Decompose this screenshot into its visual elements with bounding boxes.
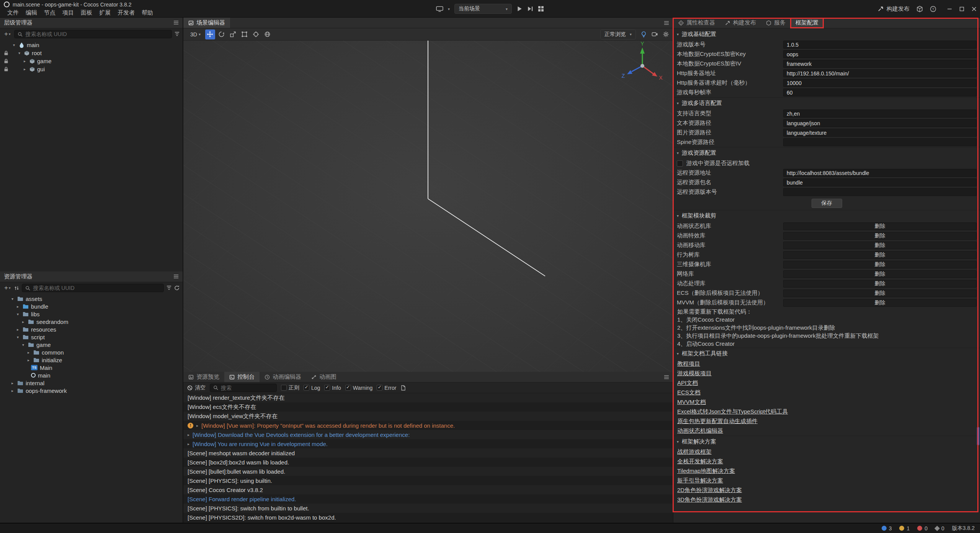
hierarchy-search[interactable] [14, 30, 172, 38]
filter-checkbox[interactable] [345, 385, 351, 391]
asset-script-main[interactable]: TS Main [0, 364, 183, 371]
clear-console-button[interactable]: 清空 [187, 384, 206, 391]
log-row-info[interactable]: ▸ [Window] You are running Vue in develo… [183, 439, 673, 448]
close-button[interactable] [968, 0, 980, 18]
filter-icon[interactable] [175, 32, 180, 36]
task-count[interactable]: 0 [935, 525, 944, 531]
move-tool-button[interactable] [205, 29, 215, 39]
assets-search-input[interactable] [33, 285, 160, 291]
camera-preview-icon[interactable] [652, 31, 658, 38]
property-input[interactable] [783, 138, 977, 146]
log-row-info[interactable]: ▸ [Window] Download the Vue Devtools ext… [183, 430, 673, 439]
menu-item[interactable]: 扩展 [96, 9, 114, 16]
expand-arrow-icon[interactable]: ▸ [21, 320, 26, 324]
section-module-trim[interactable]: ▾ 框架模块裁剪 [673, 210, 980, 221]
console-search-input[interactable] [221, 385, 273, 391]
refresh-icon[interactable] [174, 285, 180, 291]
property-input[interactable] [783, 79, 977, 87]
tab-animation-editor[interactable]: 动画编辑器 [260, 372, 306, 382]
delete-module-button[interactable]: 删除 [783, 280, 977, 288]
expand-arrow-icon[interactable]: ▾ [21, 343, 26, 347]
filter-icon[interactable] [167, 286, 172, 290]
delete-module-button[interactable]: 删除 [783, 261, 977, 268]
log-row[interactable]: [Scene] [PHYSICS]: switch from builtin t… [183, 504, 673, 513]
asset-folder-libs[interactable]: ▾ libs [0, 310, 183, 318]
filter-checkbox[interactable] [304, 385, 309, 391]
scrollbar-thumb[interactable] [977, 427, 979, 445]
scene-select[interactable]: 当前场景 ▾ [454, 4, 512, 14]
scale-tool-button[interactable] [228, 29, 238, 39]
asset-folder-assets[interactable]: ▾ assets [0, 295, 183, 302]
rotate-tool-button[interactable] [217, 29, 227, 39]
asset-folder-internal[interactable]: ▸ internal [0, 379, 183, 387]
property-input[interactable] [783, 69, 977, 77]
regex-checkbox[interactable] [281, 385, 287, 391]
log-row[interactable]: [Scene] [box2d]:box2d wasm lib loaded. [183, 458, 673, 467]
expand-arrow-icon[interactable]: ▸ [188, 433, 189, 437]
tab-scene-editor[interactable]: 场景编辑器 [183, 18, 230, 28]
menu-item[interactable]: 文件 [4, 9, 22, 16]
solution-link[interactable]: 新手引导解决方案 [677, 477, 723, 484]
warning-count[interactable]: 1 [899, 525, 910, 531]
world-space-toggle[interactable] [263, 29, 273, 39]
log-filter[interactable]: Info [324, 385, 341, 391]
minimize-button[interactable] [943, 0, 956, 18]
play-button[interactable] [516, 6, 523, 12]
hierarchy-node-gui[interactable]: ▸ gui [0, 65, 183, 73]
log-row[interactable]: [Scene] [PHYSICS]: using builtin. [183, 476, 673, 485]
tab-framework-config[interactable]: 框架配置 [791, 18, 823, 28]
asset-folder-bundle[interactable]: ▸ bundle [0, 302, 183, 310]
log-row[interactable]: [Window] model_view文件夹不存在 [183, 412, 673, 421]
assets-search[interactable] [22, 284, 164, 292]
section-resource-config[interactable]: ▾ 游戏资源配置 [673, 147, 980, 159]
asset-scene-main[interactable]: main [0, 371, 183, 379]
save-button[interactable]: 保存 [812, 199, 842, 208]
tab-service[interactable]: 服务 [761, 18, 791, 28]
asset-folder-common[interactable]: ▸ common [0, 348, 183, 356]
build-publish-button[interactable]: 构建发布 [878, 5, 910, 13]
solution-link[interactable]: 2D角色扮演游戏解决方案 [677, 487, 742, 494]
log-row[interactable]: [Scene] Cocos Creator v3.8.2 [183, 485, 673, 494]
sort-icon[interactable] [14, 286, 19, 291]
delete-module-button[interactable]: 删除 [783, 232, 977, 240]
remote-load-checkbox[interactable] [677, 160, 683, 167]
filter-checkbox[interactable] [377, 385, 382, 391]
panel-menu-icon[interactable] [173, 273, 179, 280]
hierarchy-node-game[interactable]: ▸ game [0, 57, 183, 65]
axis-gizmo[interactable]: Y X Z [617, 41, 667, 90]
property-input[interactable] [783, 188, 977, 196]
expand-arrow-icon[interactable]: ▸ [10, 381, 15, 385]
property-input[interactable] [783, 88, 977, 96]
log-row[interactable]: [Scene] meshopt wasm decoder initialized [183, 448, 673, 458]
create-node-button[interactable]: +▾ [3, 30, 11, 38]
asset-folder-oops-framework[interactable]: ▸ oops-framework [0, 387, 183, 394]
help-icon[interactable]: ? [930, 6, 936, 12]
delete-module-button[interactable]: 删除 [783, 251, 977, 259]
expand-arrow-icon[interactable]: ▾ [10, 297, 15, 301]
expand-arrow-icon[interactable]: ▸ [196, 423, 198, 428]
hierarchy-node-root[interactable]: ▾ root [0, 49, 183, 57]
lock-icon[interactable] [4, 51, 8, 56]
lock-icon[interactable] [4, 67, 8, 72]
asset-folder-seedrandom[interactable]: ▸ seedrandom [0, 318, 183, 325]
expand-arrow-icon[interactable]: ▸ [22, 59, 27, 63]
package-icon[interactable] [916, 6, 923, 12]
property-input[interactable] [783, 60, 977, 68]
regex-filter[interactable]: 正则 [281, 384, 299, 391]
expand-arrow-icon[interactable]: ▸ [26, 350, 31, 355]
menu-item[interactable]: 编辑 [22, 9, 41, 16]
doc-link[interactable]: ECS文档 [677, 389, 701, 396]
property-input[interactable] [783, 50, 977, 58]
device-caret-icon[interactable]: ▾ [448, 7, 450, 11]
log-filter[interactable]: Error [377, 385, 396, 391]
layout-grid-icon[interactable] [538, 6, 544, 12]
log-row[interactable]: [Scene] [PHYSICS2D]: switch from box2d-w… [183, 513, 673, 522]
property-input[interactable] [783, 169, 977, 177]
menu-item[interactable]: 开发者 [114, 9, 138, 16]
log-row[interactable]: [Window] render_texture文件夹不存在 [183, 393, 673, 402]
gear-icon[interactable] [663, 31, 669, 38]
property-input[interactable] [783, 110, 977, 118]
info-count[interactable]: 3 [882, 525, 892, 531]
section-basic-config[interactable]: ▾ 游戏基础配置 [673, 28, 980, 40]
open-log-file-icon[interactable] [400, 385, 406, 391]
